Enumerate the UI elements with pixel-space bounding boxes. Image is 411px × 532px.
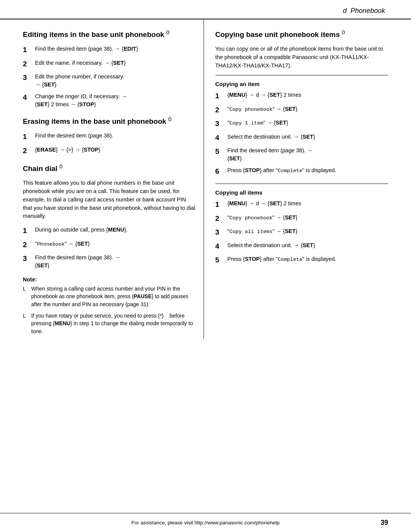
content-area: Editing items in the base unit phonebook… [0, 19, 411, 339]
list-item: 1 Find the desired item (page 38). → {ED… [23, 45, 196, 55]
step-content: Edit the phone number, if necessary.→ {S… [35, 73, 124, 89]
note-section: Note: L When storing a calling card acce… [23, 276, 196, 335]
step-content: During an outside call, press {MENU}. [35, 226, 127, 234]
step-content: Select the destination unit. → {SET} [228, 241, 315, 249]
step-number: 3 [215, 227, 226, 238]
step-content: Find the desired item (page 38). →{SET} [228, 147, 313, 163]
list-item: 1 {MENU} → d → {SET} 2 times [215, 91, 389, 101]
step-number: 4 [23, 92, 33, 103]
step-content: "Copy phonebook" → {SET} [228, 105, 298, 113]
page-header: d Phonebook [0, 0, 411, 19]
footer-text: For assistance, please visit http://www.… [34, 520, 377, 526]
list-item: 5 Press {STOP} after "Complete" is displ… [215, 255, 389, 265]
header-title: d Phonebook [343, 7, 388, 15]
list-item: 1 {MENU} → d → {SET} 2 times [215, 200, 389, 210]
erasing-heading: Erasing items in the base unit phonebook… [23, 115, 196, 126]
list-item: 2 "Phonebook" → {SET} [23, 240, 196, 250]
header-text: Phonebook [350, 7, 385, 14]
list-item: 2 {ERASE} → {>} → {STOP} [23, 146, 196, 156]
list-item: 2 "Copy phonebook" → {SET} [215, 214, 389, 224]
step-content: "Copy 1 item" → {SET} [228, 119, 288, 127]
page-footer: For assistance, please visit http://www.… [0, 513, 411, 532]
step-number: 3 [23, 72, 33, 83]
copy-item-steps: 1 {MENU} → d → {SET} 2 times 2 "Copy pho… [215, 91, 389, 177]
step-content: Find the desired item (page 38). [35, 132, 113, 140]
copy-all-steps: 1 {MENU} → d → {SET} 2 times 2 "Copy pho… [215, 200, 389, 265]
step-number: 2 [23, 240, 33, 250]
left-column: Editing items in the base unit phonebook… [23, 19, 204, 339]
footer-page-number: 39 [377, 519, 388, 527]
list-item: 3 "Copy 1 item" → {SET} [215, 119, 389, 129]
copy-item-subsection: Copying an item 1 {MENU} → d → {SET} 2 t… [215, 75, 389, 177]
step-content: "Copy phonebook" → {SET} [228, 214, 298, 222]
chain-dial-heading: Chain dial 0 [23, 163, 196, 174]
step-content: "Phonebook" → {SET} [35, 240, 90, 248]
list-item: 6 Press {STOP} after "Complete" is displ… [215, 166, 389, 177]
step-content: "Copy all items" → {SET} [228, 227, 298, 236]
step-number: 1 [23, 225, 33, 236]
erasing-steps: 1 Find the desired item (page 38). 2 {ER… [23, 132, 196, 156]
list-item: 3 Find the desired item (page 38). →{SET… [23, 254, 196, 270]
step-number: 4 [215, 241, 226, 252]
list-item: 2 Edit the name, if necessary. → {SET} [23, 59, 196, 69]
list-item: 1 During an outside call, press {MENU}. [23, 226, 196, 236]
page-container: d Phonebook Editing items in the base un… [0, 0, 411, 532]
step-number: 1 [215, 91, 226, 101]
copying-body: You can copy one or all of the phonebook… [215, 45, 389, 70]
note-bullet: L [23, 312, 30, 320]
step-content: {MENU} → d → {SET} 2 times [228, 91, 301, 99]
note-bullet: L [23, 285, 30, 292]
chain-dial-steps: 1 During an outside call, press {MENU}. … [23, 226, 196, 270]
step-number: 5 [215, 255, 226, 265]
erasing-section: Erasing items in the base unit phonebook… [23, 115, 196, 156]
editing-section: Editing items in the base unit phonebook… [23, 29, 196, 109]
step-number: 2 [215, 213, 226, 224]
copy-item-heading: Copying an item [215, 81, 389, 87]
step-number: 2 [215, 105, 226, 115]
step-content: Press {STOP} after "Complete" is display… [228, 166, 336, 175]
step-number: 2 [23, 59, 33, 69]
list-item: 3 Edit the phone number, if necessary.→ … [23, 73, 196, 89]
step-content: Edit the name, if necessary. → {SET} [35, 59, 126, 67]
step-number: 1 [215, 199, 226, 210]
step-number: 3 [23, 253, 33, 264]
copy-all-heading: Copying all items [215, 189, 389, 196]
step-number: 1 [23, 131, 33, 142]
chain-dial-section: Chain dial 0 This feature allows you to … [23, 163, 196, 335]
step-number: 4 [215, 133, 226, 143]
list-item: 5 Find the desired item (page 38). →{SET… [215, 147, 389, 163]
erasing-superscript: 0 [168, 116, 171, 122]
right-column: Copying base unit phonebook items 0 You … [215, 19, 389, 339]
step-content: Select the destination unit. → {SET} [228, 133, 315, 141]
step-number: 6 [215, 166, 226, 177]
step-content: Find the desired item (page 38). → {EDIT… [35, 45, 138, 53]
header-letter: d [343, 7, 347, 14]
step-number: 5 [215, 146, 226, 157]
list-item: 2 "Copy phonebook" → {SET} [215, 105, 389, 115]
list-item: 4 Select the destination unit. → {SET} [215, 133, 389, 143]
list-item: 4 Select the destination unit. → {SET} [215, 241, 389, 252]
editing-superscript: 0 [166, 29, 169, 35]
note-item: L When storing a calling card access num… [23, 285, 196, 308]
note-label: Note: [23, 276, 196, 283]
list-item: 3 "Copy all items" → {SET} [215, 227, 389, 238]
step-content: Find the desired item (page 38). →{SET} [35, 254, 120, 270]
step-content: {ERASE} → {>} → {STOP} [35, 146, 100, 154]
chain-dial-body: This feature allows you to dial phone nu… [23, 179, 196, 220]
editing-heading: Editing items in the base unit phonebook… [23, 29, 196, 40]
list-item: 1 Find the desired item (page 38). [23, 132, 196, 142]
editing-steps: 1 Find the desired item (page 38). → {ED… [23, 45, 196, 109]
step-number: 1 [23, 45, 33, 55]
list-item: 4 Change the ringer ID, if necessary. →{… [23, 93, 196, 109]
note-text: When storing a calling card access numbe… [31, 285, 196, 308]
copy-all-subsection: Copying all items 1 {MENU} → d → {SET} 2… [215, 184, 389, 265]
step-number: 3 [215, 118, 226, 129]
step-content: {MENU} → d → {SET} 2 times [228, 200, 301, 208]
step-content: Change the ringer ID, if necessary. →{SE… [35, 93, 127, 109]
note-item: L If you have rotary or pulse service, y… [23, 312, 196, 335]
copying-section: Copying base unit phonebook items 0 You … [215, 29, 389, 265]
chain-dial-superscript: 0 [59, 163, 62, 169]
step-number: 2 [23, 145, 33, 156]
copying-superscript: 0 [342, 29, 345, 35]
step-content: Press {STOP} after "Complete" is display… [228, 255, 336, 264]
